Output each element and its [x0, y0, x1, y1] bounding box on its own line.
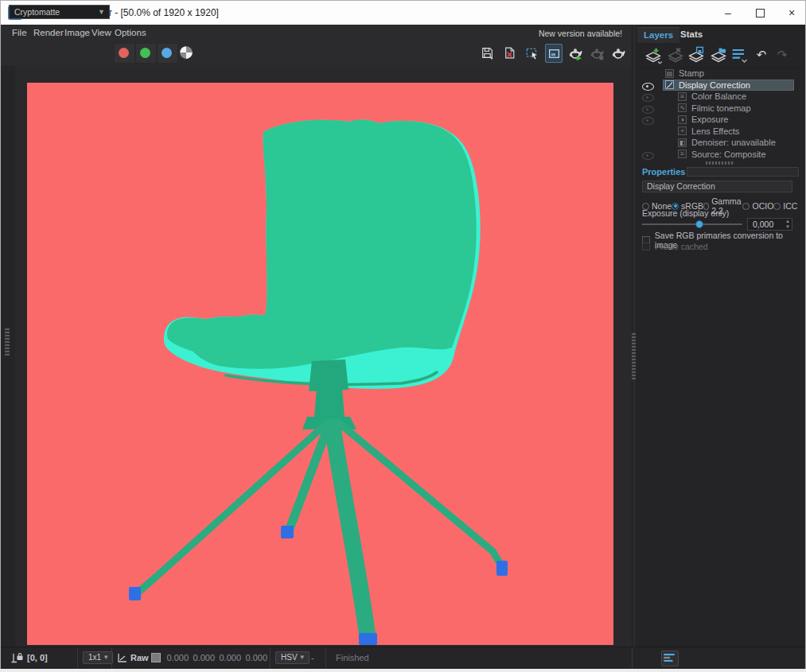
chair-stem-connector: [309, 359, 348, 391]
add-layer-icon[interactable]: [644, 45, 663, 64]
load-layers-icon[interactable]: [709, 45, 728, 64]
layer-row-source-composite[interactable]: ≡ Source: Composite: [636, 149, 805, 161]
sampled-color-swatch: [151, 653, 161, 662]
visibility-eye-icon[interactable]: [642, 117, 654, 125]
spinner-arrows-icon[interactable]: ▲▼: [785, 219, 790, 230]
render-canvas[interactable]: [27, 83, 613, 645]
denoiser-icon: ◧: [678, 138, 687, 147]
red-dot-icon: [119, 48, 129, 58]
channel-select-value: Cryptomatte: [14, 7, 60, 17]
chair-stem-column: [314, 388, 345, 418]
render-last-button[interactable]: [567, 44, 584, 63]
menu-file[interactable]: File: [12, 28, 27, 37]
save-layers-icon[interactable]: [687, 45, 706, 64]
visibility-eye-icon[interactable]: [642, 94, 654, 102]
chair-foot-right: [496, 561, 508, 576]
radio-icon: [742, 203, 750, 210]
channel-select[interactable]: Cryptomatte ▼: [9, 5, 110, 19]
clear-image-button[interactable]: [501, 44, 519, 63]
tab-stats[interactable]: Stats: [674, 27, 709, 42]
layer-row-denoiser[interactable]: ◧ Denoiser: unavailable: [636, 137, 805, 149]
show-region-toggle-button[interactable]: [545, 44, 563, 63]
left-dock-rail: [1, 66, 15, 647]
region-render-button[interactable]: [524, 44, 541, 63]
chair-foot-front: [281, 526, 294, 538]
radio-icc[interactable]: ICC: [773, 196, 797, 216]
menu-render[interactable]: Render: [33, 28, 64, 37]
radio-ocio[interactable]: OCIO: [742, 196, 773, 216]
layer-row-filmic-tonemap[interactable]: ∿ Filmic tonemap: [636, 103, 805, 115]
close-button[interactable]: ×: [778, 4, 805, 21]
new-version-notice[interactable]: New version available!: [539, 29, 622, 38]
visibility-eye-icon[interactable]: [642, 106, 654, 114]
radio-icon: [773, 203, 781, 210]
exposure-slider[interactable]: [642, 223, 742, 225]
layer-name-field[interactable]: Display Correction: [642, 181, 792, 192]
sphere-icon[interactable]: [177, 43, 195, 62]
cryptomatte-chair-image: [27, 83, 613, 645]
redo-icon: ↷: [773, 45, 792, 64]
profile-cached-checkbox-row: Profile cached: [642, 242, 708, 251]
color-mode-dropdown[interactable]: HSV ▼: [275, 651, 310, 664]
minimize-button[interactable]: –: [714, 4, 742, 21]
red-channel-button[interactable]: [114, 43, 135, 64]
menu-options[interactable]: Options: [115, 28, 146, 37]
raw-label: Raw: [130, 653, 149, 662]
green-dot-icon: [140, 48, 150, 58]
pixel-probe-lock-icon[interactable]: [10, 652, 25, 664]
layer-name-value: Display Correction: [647, 181, 715, 191]
save-image-button[interactable]: [479, 44, 496, 63]
menu-image[interactable]: Image: [64, 28, 90, 37]
exposure-value-input[interactable]: 0,000 ▲▼: [747, 218, 792, 231]
status-bar: [0, 0] 1x1 ▼ Raw 0.000 0.000 0.000 0.000…: [1, 647, 805, 669]
value-r: 0.000: [165, 653, 189, 662]
checkbox-disabled-icon: [642, 243, 650, 251]
exposure-value: 0,000: [753, 219, 773, 229]
value-b: 0.000: [217, 653, 241, 662]
chevron-down-icon: ▼: [103, 652, 109, 663]
show-log-button[interactable]: [661, 651, 679, 666]
layer-row-stamp[interactable]: ▤ Stamp: [636, 68, 805, 80]
pixel-ratio-dropdown[interactable]: 1x1 ▼: [83, 651, 113, 664]
lens-effects-icon: +: [678, 126, 687, 135]
visibility-eye-icon[interactable]: [642, 83, 654, 91]
chevron-down-icon: ▼: [299, 652, 306, 663]
blue-dot-icon: [162, 48, 172, 58]
layer-row-exposure[interactable]: ◑ Exposure: [636, 114, 805, 126]
title-bar: V-Ray Frame Buffer - [50.0% of 1920 x 19…: [1, 1, 805, 25]
menu-bar: File Render Image View Options New versi…: [1, 25, 632, 43]
color-corner-icon[interactable]: [117, 653, 128, 663]
exposure-slider-handle[interactable]: [695, 220, 703, 228]
layers-toolbar: ↶ ↷: [636, 42, 805, 68]
visibility-eye-icon[interactable]: [642, 152, 654, 160]
left-panel-grip[interactable]: [5, 328, 10, 355]
layer-properties-splitter-grip[interactable]: [706, 161, 734, 165]
curve-icon: [665, 80, 674, 89]
render-teapot-button[interactable]: [609, 44, 627, 63]
render-viewport[interactable]: [1, 66, 632, 647]
exposure-label: Exposure (display only): [642, 208, 729, 218]
maximize-button[interactable]: [746, 4, 773, 21]
right-panel: Layers Stats: [636, 25, 805, 647]
chair-foot-left: [129, 587, 141, 600]
value-a: 0.000: [243, 653, 267, 662]
properties-tab[interactable]: Properties: [636, 165, 691, 178]
exposure-icon: ◑: [678, 115, 687, 124]
layer-list: ▤ Stamp Display Correction ≡ Color Balan…: [636, 68, 805, 160]
green-channel-button[interactable]: [135, 43, 157, 64]
layer-row-display-correction[interactable]: Display Correction: [636, 80, 805, 91]
layer-row-lens-effects[interactable]: + Lens Effects: [636, 126, 805, 138]
pixel-coords: [0, 0]: [27, 653, 48, 662]
value-g: 0.000: [191, 653, 215, 662]
chevron-down-icon: ▼: [98, 6, 105, 18]
color-balance-icon: ≡: [678, 92, 687, 101]
delete-layer-icon: [666, 45, 685, 64]
blue-channel-button[interactable]: [157, 43, 178, 64]
layer-options-icon[interactable]: [730, 45, 749, 64]
layer-row-color-balance[interactable]: ≡ Color Balance: [636, 91, 805, 103]
maximize-icon: [756, 9, 765, 17]
undo-icon[interactable]: ↶: [752, 45, 771, 64]
properties-tabbar: [687, 167, 799, 177]
menu-view[interactable]: View: [92, 28, 111, 37]
render-disabled-button: [588, 44, 605, 63]
